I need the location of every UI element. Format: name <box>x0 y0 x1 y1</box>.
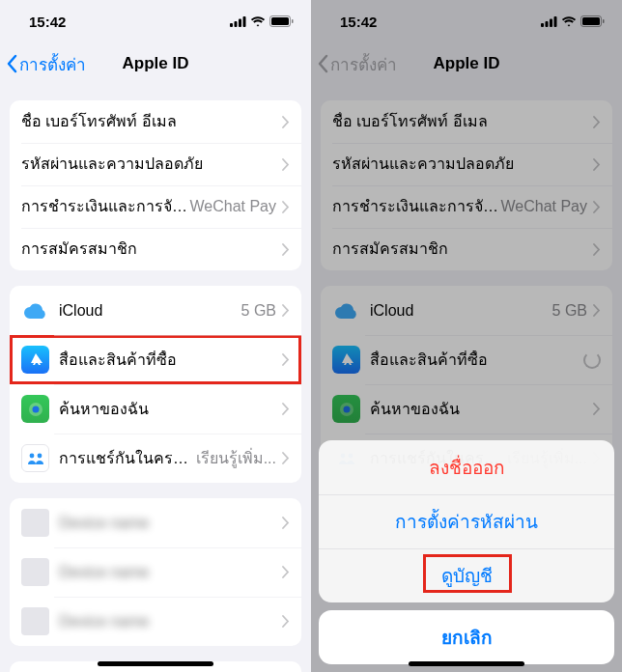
back-button: การตั้งค่า <box>317 51 397 77</box>
family-icon <box>21 444 49 472</box>
row-label: รหัสผ่านและความปลอดภัย <box>332 154 593 174</box>
sheet-label: ดูบัญชี <box>441 561 493 590</box>
row-label: ค้นหาของฉัน <box>59 400 282 419</box>
row-device[interactable]: Device name <box>10 498 301 547</box>
battery-icon <box>269 15 294 27</box>
svg-rect-2 <box>239 18 241 27</box>
home-indicator[interactable] <box>409 661 524 666</box>
svg-rect-6 <box>292 19 294 23</box>
appstore-icon <box>21 346 49 374</box>
nav-bar: การตั้งค่า Apple ID <box>311 42 622 85</box>
device-icon <box>21 558 49 586</box>
status-bar: 15:42 <box>0 0 311 42</box>
group-services: iCloud 5 GB สื่อและสินค้าที่ซื้อ ค้นหาขอ… <box>10 286 301 483</box>
row-subscriptions[interactable]: การสมัครสมาชิก <box>10 228 301 270</box>
row-find-my: ค้นหาของฉัน <box>321 384 612 434</box>
screen-left: 15:42 การตั้งค่า Apple ID ชื่อ เบอร์โทรศ… <box>0 0 311 672</box>
svg-rect-5 <box>271 17 289 25</box>
row-media-purchases[interactable]: สื่อและสินค้าที่ซื้อ <box>10 335 301 384</box>
chevron-right-icon <box>282 615 290 628</box>
device-icon <box>21 607 49 635</box>
back-button[interactable]: การตั้งค่า <box>6 51 86 77</box>
row-find-my[interactable]: ค้นหาของฉัน <box>10 384 301 434</box>
row-label: สื่อและสินค้าที่ซื้อ <box>370 350 583 370</box>
row-family-sharing[interactable]: การแชร์กันในครอบครัว เรียนรู้เพิ่ม... <box>10 434 301 483</box>
svg-rect-16 <box>582 17 600 25</box>
row-payment-shipping: การชำระเงินและการจัดส่ง WeChat Pay <box>321 185 612 228</box>
sheet-label: ยกเลิก <box>441 623 493 652</box>
status-time: 15:42 <box>29 14 66 30</box>
svg-rect-17 <box>603 19 605 23</box>
chevron-right-icon <box>282 116 290 128</box>
svg-rect-1 <box>235 21 238 27</box>
icloud-icon <box>332 296 360 324</box>
row-label: ชื่อ เบอร์โทรศัพท์ อีเมล <box>332 112 593 131</box>
row-subscriptions: การสมัครสมาชิก <box>321 228 612 270</box>
nav-bar: การตั้งค่า Apple ID <box>0 42 311 85</box>
group-personal: ชื่อ เบอร์โทรศัพท์ อีเมล รหัสผ่านและความ… <box>10 100 301 270</box>
group-personal: ชื่อ เบอร์โทรศัพท์ อีเมล รหัสผ่านและความ… <box>321 100 612 270</box>
chevron-right-icon <box>282 403 290 415</box>
chevron-right-icon <box>282 243 290 256</box>
status-time: 15:42 <box>340 14 377 30</box>
action-sheet: ลงชื่อออก การตั้งค่ารหัสผ่าน ดูบัญชี ยกเ… <box>319 440 614 664</box>
chevron-right-icon <box>593 243 601 256</box>
svg-point-19 <box>343 406 350 412</box>
svg-rect-13 <box>550 18 552 27</box>
row-label: รหัสผ่านและความปลอดภัย <box>21 154 282 174</box>
row-detail: WeChat Pay <box>500 198 587 215</box>
row-payment-shipping[interactable]: การชำระเงินและการจัดส่ง WeChat Pay <box>10 185 301 228</box>
sheet-label: การตั้งค่ารหัสผ่าน <box>395 507 538 536</box>
row-label: การชำระเงินและการจัดส่ง <box>332 197 500 216</box>
sheet-sign-out[interactable]: ลงชื่อออก <box>319 440 614 494</box>
chevron-right-icon <box>593 116 601 128</box>
content: ชื่อ เบอร์โทรศัพท์ อีเมล รหัสผ่านและความ… <box>0 85 311 672</box>
wifi-icon <box>250 16 266 27</box>
icloud-icon <box>21 296 49 324</box>
back-label: การตั้งค่า <box>19 51 86 77</box>
chevron-right-icon <box>282 353 290 366</box>
chevron-left-icon <box>6 54 17 73</box>
svg-rect-3 <box>243 16 246 27</box>
svg-rect-11 <box>541 23 544 27</box>
back-label: การตั้งค่า <box>330 51 397 77</box>
svg-point-10 <box>37 453 42 458</box>
wifi-icon <box>561 16 577 27</box>
appstore-icon <box>332 346 360 374</box>
sheet-cancel[interactable]: ยกเลิก <box>319 610 614 664</box>
status-indicators <box>230 15 294 27</box>
row-password-security[interactable]: รหัสผ่านและความปลอดภัย <box>10 143 301 185</box>
chevron-right-icon <box>282 566 290 578</box>
chevron-right-icon <box>593 201 601 213</box>
row-name-phone-email[interactable]: ชื่อ เบอร์โทรศัพท์ อีเมล <box>10 100 301 143</box>
row-device[interactable]: Device name <box>10 597 301 646</box>
signal-icon <box>230 16 246 27</box>
signal-icon <box>541 16 557 27</box>
row-label: การสมัครสมาชิก <box>21 239 282 259</box>
home-indicator[interactable] <box>98 661 213 666</box>
row-detail: เรียนรู้เพิ่ม... <box>196 446 276 470</box>
svg-rect-12 <box>546 21 549 27</box>
row-label: การชำระเงินและการจัดส่ง <box>21 197 189 216</box>
status-indicators <box>541 15 605 27</box>
row-media-purchases: สื่อและสินค้าที่ซื้อ <box>321 335 612 384</box>
chevron-right-icon <box>593 403 601 415</box>
chevron-right-icon <box>593 158 601 171</box>
sheet-label: ลงชื่อออก <box>429 453 505 482</box>
sheet-view-account[interactable]: ดูบัญชี <box>319 548 614 602</box>
chevron-right-icon <box>282 304 290 317</box>
row-device[interactable]: Device name <box>10 547 301 597</box>
chevron-left-icon <box>317 54 328 73</box>
chevron-right-icon <box>282 517 290 529</box>
sheet-group: ลงชื่อออก การตั้งค่ารหัสผ่าน ดูบัญชี <box>319 440 614 602</box>
row-label: การสมัครสมาชิก <box>332 239 593 259</box>
sheet-password-settings[interactable]: การตั้งค่ารหัสผ่าน <box>319 494 614 548</box>
row-label: iCloud <box>59 301 241 321</box>
row-icloud[interactable]: iCloud 5 GB <box>10 286 301 335</box>
row-label: Device name <box>59 563 282 582</box>
battery-icon <box>580 15 605 27</box>
svg-point-8 <box>32 406 39 412</box>
row-label: ชื่อ เบอร์โทรศัพท์ อีเมล <box>21 112 282 131</box>
row-icloud: iCloud 5 GB <box>321 286 612 335</box>
chevron-right-icon <box>282 201 290 213</box>
